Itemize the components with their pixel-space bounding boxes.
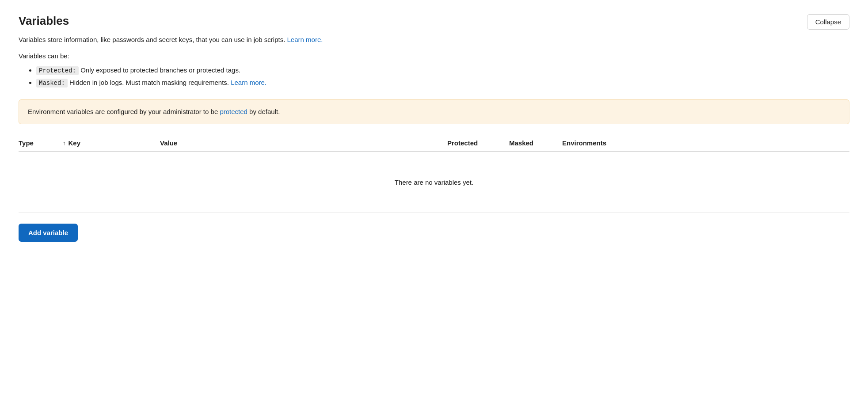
can-be-section: Variables can be: Protected: Only expose… [19, 52, 849, 89]
header-row: Variables Collapse [19, 14, 849, 30]
list-item-protected: Protected: Only exposed to protected bra… [36, 64, 849, 76]
masked-code: Masked: [36, 79, 68, 88]
can-be-list: Protected: Only exposed to protected bra… [19, 64, 849, 89]
can-be-intro: Variables can be: [19, 52, 849, 60]
col-masked-label: Masked [509, 139, 533, 147]
table-section: Type ↑ Key Value Protected Masked Enviro… [19, 135, 849, 213]
description-text: Variables store information, like passwo… [19, 35, 849, 45]
notice-protected-link[interactable]: protected [220, 108, 247, 115]
list-item-masked: Masked: Hidden in job logs. Must match m… [36, 76, 849, 89]
masked-learn-more-link[interactable]: Learn more. [231, 79, 266, 86]
table-footer-divider [19, 213, 849, 213]
col-protected-label: Protected [447, 139, 478, 147]
collapse-button[interactable]: Collapse [807, 14, 849, 30]
notice-text-after: by default. [249, 108, 280, 115]
description-static: Variables store information, like passwo… [19, 36, 285, 43]
masked-text: Hidden in job logs. Must match masking r… [68, 79, 229, 86]
add-variable-button[interactable]: Add variable [19, 224, 78, 242]
col-key[interactable]: ↑ Key [63, 139, 160, 147]
page-container: Variables Collapse Variables store infor… [19, 14, 849, 242]
table-header: Type ↑ Key Value Protected Masked Enviro… [19, 135, 849, 152]
empty-message-text: There are no variables yet. [395, 179, 473, 186]
notice-text-before: Environment variables are configured by … [28, 108, 218, 115]
protected-text: Only exposed to protected branches or pr… [79, 66, 240, 74]
col-protected: Protected [447, 139, 509, 147]
notice-box: Environment variables are configured by … [19, 99, 849, 125]
col-value-label: Value [160, 139, 177, 147]
col-type: Type [19, 139, 63, 147]
protected-code: Protected: [36, 66, 79, 75]
col-value: Value [160, 139, 447, 147]
col-key-sort-arrow: ↑ [63, 140, 66, 146]
page-title: Variables [19, 14, 69, 28]
col-masked: Masked [509, 139, 562, 147]
col-key-label: Key [69, 139, 81, 147]
col-environments: Environments [562, 139, 849, 147]
table-empty-message: There are no variables yet. [19, 152, 849, 213]
col-environments-label: Environments [562, 139, 606, 147]
col-type-label: Type [19, 139, 34, 147]
description-learn-more-link[interactable]: Learn more. [287, 36, 323, 43]
